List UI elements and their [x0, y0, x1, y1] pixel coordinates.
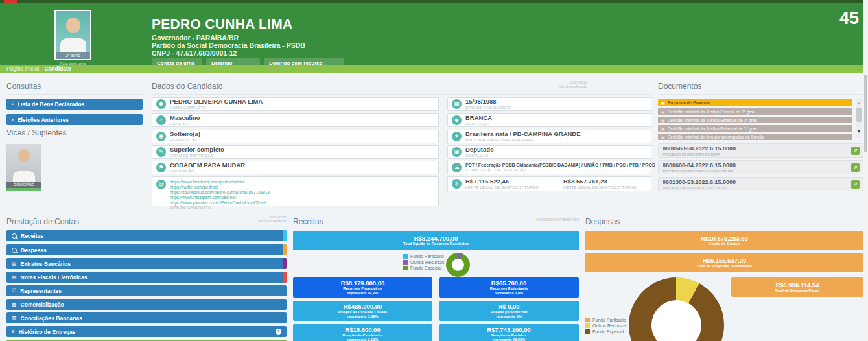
calendar-icon: ▦ [12, 302, 17, 307]
box-value: R$7.743.100,00 [439, 326, 579, 333]
process-label: PROCESSO DE PRESTAÇÃO DE CONTAS [663, 186, 859, 190]
candidate-party: Partido da Social Democracia Brasileira … [152, 41, 305, 49]
revenues-button[interactable]: Receitas [6, 230, 287, 241]
document-icon: ▤ [661, 135, 665, 139]
field-marital-status: ◉ Solteiro(a)ESTADO CIVIL [152, 130, 439, 143]
document-item[interactable]: ▤ Certidão criminal da Justiça Estadual … [658, 117, 852, 123]
breadcrumb-home-link[interactable]: Página inicial [6, 65, 39, 72]
legend-label: Fundo Especial [410, 266, 441, 270]
revenue-box-financial: R$8.179.000,00 Recursos Financeiros repr… [293, 277, 432, 298]
divider [585, 228, 863, 228]
legend-item: Outros Recursos [585, 323, 627, 328]
bank-statements-button[interactable]: ▤ Extratos Bancários [6, 258, 287, 269]
box-value: R$ 0,00 [439, 303, 579, 310]
updated-label: última atualização [258, 219, 287, 223]
box-value: R$6.155.537,20 [585, 257, 863, 264]
field-value: BRANCA [465, 115, 492, 122]
document-item[interactable]: ▤ Certidão criminal da Justiça Estadual … [658, 125, 852, 132]
legend-swatch [403, 260, 408, 265]
divider [6, 94, 146, 95]
list-icon: ▪ [12, 102, 14, 107]
field-label: NACIONALIDADE / NATURALIDADE [465, 138, 581, 143]
external-link-icon[interactable]: ↗ [851, 163, 860, 172]
document-government-proposal[interactable]: ▤ Proposta de Governo [658, 99, 852, 106]
soundcloud-link[interactable]: https://soundcloud.com/pedro-cunha-lima-… [170, 190, 270, 195]
scrollbar-thumb[interactable] [864, 75, 867, 152]
ring-icon: ◉ [156, 132, 166, 141]
document-label: Certidão criminal da Justiça Estadual de… [668, 118, 758, 123]
field-spending-limits: $ R$7.115.522,46LIMITE LEGAL DE GASTOS 1… [447, 176, 651, 191]
breadcrumb-separator: / [41, 65, 42, 72]
box-label: Total de Despesas Pagas [731, 288, 863, 293]
person-icon: ☻ [156, 99, 166, 109]
photo-silhouette-body [60, 38, 86, 53]
twitter-link[interactable]: https://twitter.com/pedrocl [170, 185, 270, 190]
legend-label: Outros Recursos [592, 323, 627, 328]
legend-label: Fundo Partidário [410, 254, 444, 259]
document-item[interactable]: ▤ Certidão criminal de foro por prerroga… [658, 134, 852, 140]
legend-item: Fundo Partidário [403, 254, 444, 259]
electronic-invoices-button[interactable]: ▤ Notas Fiscais Eletrônicas [6, 272, 287, 283]
accounts-updated: 18/10/2022 última atualização [224, 215, 287, 223]
field-social-links: @ https://www.facebook.com/pedrocloficia… [152, 176, 439, 206]
youtube-link[interactable]: https://www.youtube.com/c/PedroCunhaLima… [170, 200, 270, 206]
legend-label: Fundo Partidário [592, 318, 626, 322]
bank-reconciliations-button[interactable]: ▥ Conciliações Bancárias [6, 312, 287, 323]
legend-swatch [585, 318, 590, 322]
legend-item: Fundo Especial [403, 266, 441, 270]
scroll-down-icon[interactable]: ▼ [856, 130, 862, 134]
process-number: 0601300-53.2022.6.15.0000 [663, 179, 859, 186]
box-value: R$8.179.000,00 [293, 279, 432, 287]
document-item[interactable]: ▤ Certidão criminal da Justiça Federal d… [658, 108, 852, 115]
box-value: R$5.986.114,54 [731, 281, 863, 288]
divider [6, 228, 287, 228]
expense-box-limit: R$10.673.283,69 Limite de Gastos [585, 231, 863, 250]
divider [6, 141, 146, 141]
representatives-button[interactable]: ☑ Representantes [6, 285, 287, 296]
legend-item: Fundo Partidário [585, 318, 626, 322]
list-icon: ≡ [12, 329, 15, 335]
accent-strip [283, 258, 287, 269]
candidate-role: Governador - PARAÍBA/BR [152, 34, 239, 41]
instagram-link[interactable]: https://www.instagram.com/pedrocl/ [170, 195, 270, 200]
field-label: DATA DE NASCIMENTO [465, 106, 511, 110]
facebook-link[interactable]: https://www.facebook.com/pedrocloficial [170, 180, 270, 185]
external-link-icon[interactable]: ↗ [851, 147, 860, 155]
person-icon: ☻ [452, 115, 462, 125]
process-candidacy: 0600606-84.2022.6.15.0000 PROCESSO DE RE… [658, 160, 863, 174]
box-label: Recursos Estimáveis [439, 287, 579, 291]
document-icon: ▤ [12, 275, 17, 280]
external-link-icon[interactable]: ↗ [851, 180, 860, 189]
field-nationality: ✦ Brasileira nata / PB-CAMPINA GRANDENAC… [447, 130, 651, 143]
revenues-total-box: R$8.244.700,00 Total líquido de Recursos… [293, 231, 579, 250]
expenses-button[interactable]: Despesas [6, 244, 287, 255]
revenue-box-estimable: R$65.700,00 Recursos Estimáveis represen… [439, 277, 579, 298]
scroll-up-icon[interactable]: ▲ [856, 101, 862, 105]
delivery-history-button[interactable]: ≡ Histórico de Entregas ? [6, 326, 287, 337]
box-sub: representa 93,92% [439, 338, 579, 341]
box-value: R$15.600,00 [293, 326, 432, 333]
declared-assets-button[interactable]: ▪ Lista de Bens Declarados [6, 99, 143, 110]
legend-label: Fundo Especial [592, 329, 624, 334]
scrollbar-thumb[interactable] [856, 108, 862, 122]
list-icon: ▪ [12, 117, 14, 123]
donut-hole [651, 300, 701, 341]
field-value: 15/08/1988 [465, 99, 511, 106]
vice-photo: DOMICIANO [6, 144, 41, 188]
bank-icon: ▥ [12, 316, 17, 321]
previous-elections-button[interactable]: ▪ Eleições Anteriores [6, 114, 143, 125]
candidate-data-title: Dados do Candidato [152, 82, 222, 91]
button-label: Eleições Anteriores [18, 117, 69, 123]
help-icon[interactable]: ? [276, 329, 281, 335]
photo-silhouette-head [18, 149, 30, 162]
field-label: LIMITE LEGAL DE GASTOS 2º TURNO [563, 185, 637, 190]
check-icon: ☑ [12, 288, 16, 294]
field-occupation: ▣ DeputadoOCUPAÇÃO [447, 145, 651, 159]
field-birthdate: ▦ 15/08/1988DATA DE NASCIMENTO [447, 97, 651, 111]
field-label: COMPOSIÇÃO DA COLIGAÇÃO [465, 168, 647, 172]
page-scrollbar[interactable] [863, 0, 868, 341]
legend-item: Outros Recursos [403, 260, 445, 265]
box-label: Doação de Pessoas Físicas [293, 310, 432, 314]
field-value: Solteiro(a) [170, 131, 200, 138]
commercialization-button[interactable]: ▦ Comercialização [6, 299, 287, 310]
